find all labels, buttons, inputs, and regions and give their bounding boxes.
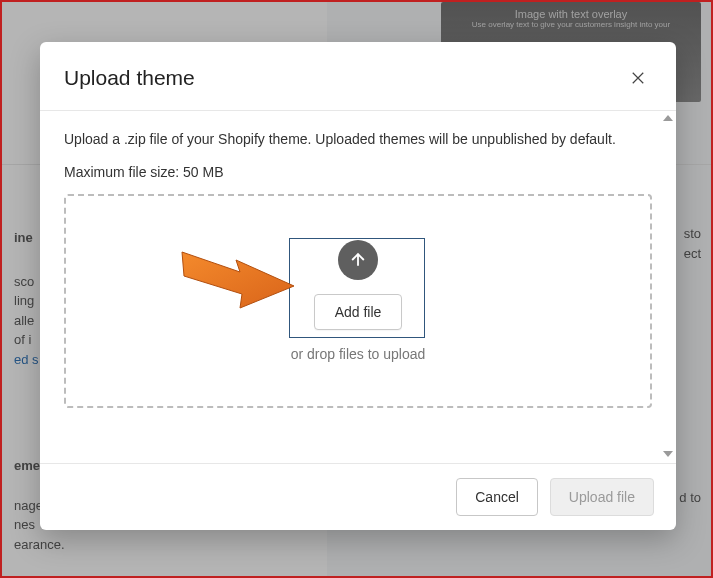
cancel-button[interactable]: Cancel bbox=[456, 478, 538, 516]
drop-hint-text: or drop files to upload bbox=[291, 346, 426, 362]
modal-description: Upload a .zip file of your Shopify theme… bbox=[64, 129, 624, 150]
max-file-size-label: Maximum file size: 50 MB bbox=[64, 164, 652, 180]
add-file-button[interactable]: Add file bbox=[314, 294, 403, 330]
modal-body: Upload a .zip file of your Shopify theme… bbox=[40, 111, 676, 463]
upload-circle-icon bbox=[338, 240, 378, 280]
scrollbar[interactable] bbox=[662, 111, 674, 463]
scroll-up-icon bbox=[663, 115, 673, 121]
scroll-down-icon bbox=[663, 451, 673, 457]
modal-header: Upload theme bbox=[40, 42, 676, 111]
upload-theme-modal: Upload theme Upload a .zip file of your … bbox=[40, 42, 676, 530]
close-button[interactable] bbox=[624, 64, 652, 92]
modal-footer: Cancel Upload file bbox=[40, 463, 676, 530]
modal-title: Upload theme bbox=[64, 66, 195, 90]
svg-marker-0 bbox=[182, 252, 294, 308]
arrow-up-icon bbox=[348, 250, 368, 270]
annotation-arrow-icon bbox=[176, 242, 296, 312]
upload-file-button[interactable]: Upload file bbox=[550, 478, 654, 516]
close-icon bbox=[629, 69, 647, 87]
file-dropzone[interactable]: Add file or drop files to upload bbox=[64, 194, 652, 408]
